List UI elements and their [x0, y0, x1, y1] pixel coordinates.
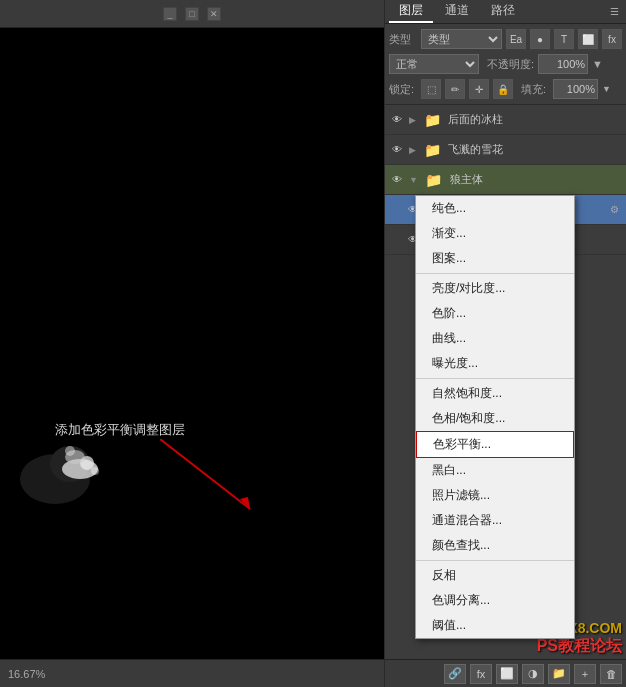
layer-item[interactable]: 👁 ▼ 📁 狼主体	[385, 165, 626, 195]
adjustment-btn[interactable]: ◑	[522, 664, 544, 684]
menu-item-posterize[interactable]: 色调分离...	[416, 588, 574, 613]
tab-paths[interactable]: 路径	[481, 0, 525, 23]
filter-icon-3[interactable]: T	[554, 29, 574, 49]
fill-input[interactable]	[553, 79, 598, 99]
menu-separator	[416, 560, 574, 561]
panel-menu-icon[interactable]: ☰	[606, 4, 622, 20]
tab-channels[interactable]: 通道	[435, 0, 479, 23]
blend-opacity-row: 正常 不透明度: 100% ▼	[389, 53, 622, 75]
minimize-button[interactable]: _	[163, 7, 177, 21]
layer-item[interactable]: 👁 ▶ 📁 飞溅的雪花	[385, 135, 626, 165]
layer-expand-arrow[interactable]: ▶	[409, 145, 416, 155]
layer-name: 后面的冰柱	[448, 112, 622, 127]
layer-folder-icon: 📁	[422, 168, 446, 192]
canvas-statusbar: 16.67%	[0, 659, 384, 687]
watermark-forum: PS教程论坛	[537, 636, 622, 657]
menu-separator	[416, 378, 574, 379]
delete-layer-btn[interactable]: 🗑	[600, 664, 622, 684]
panel-tabs: 图层 通道 路径 ☰	[385, 0, 626, 24]
add-mask-btn[interactable]: ⬜	[496, 664, 518, 684]
layer-expand-arrow[interactable]: ▶	[409, 115, 416, 125]
annotation-arrow	[160, 439, 300, 529]
filter-icon-2[interactable]: ●	[530, 29, 550, 49]
context-menu: 纯色... 渐变... 图案... 亮度/对比度... 色阶... 曲线... …	[415, 195, 575, 639]
menu-item-invert[interactable]: 反相	[416, 563, 574, 588]
annotation-label: 添加色彩平衡调整图层	[55, 421, 185, 439]
layers-panel: 图层 通道 路径 ☰ 类型 类型 Ea ● T ⬜ fx	[385, 0, 626, 687]
filter-row: 类型 类型 Ea ● T ⬜ fx	[389, 28, 622, 50]
menu-item-brightness[interactable]: 亮度/对比度...	[416, 276, 574, 301]
layers-toolbar: 类型 类型 Ea ● T ⬜ fx 正常 不透明度: 100% ▼	[385, 24, 626, 105]
menu-item-colorlookup[interactable]: 颜色查找...	[416, 533, 574, 558]
opacity-percent: ▼	[592, 58, 620, 70]
opacity-input[interactable]: 100%	[538, 54, 588, 74]
lock-paint-btn[interactable]: ✏	[445, 79, 465, 99]
layer-name: 狼主体	[450, 172, 622, 187]
filter-select[interactable]: 类型	[421, 29, 502, 49]
layer-item[interactable]: 👁 ▶ 📁 后面的冰柱	[385, 105, 626, 135]
close-button[interactable]: ✕	[207, 7, 221, 21]
canvas-area: _ □ ✕ 添加色彩平衡调整图层	[0, 0, 385, 687]
menu-item-colorbalance[interactable]: 色彩平衡...	[416, 431, 574, 458]
menu-item-photofilter[interactable]: 照片滤镜...	[416, 483, 574, 508]
lock-fill-row: 锁定: ⬚ ✏ ✛ 🔒 填充: ▼	[389, 78, 622, 100]
opacity-label: 不透明度:	[487, 57, 534, 72]
layer-expand-arrow[interactable]: ▼	[409, 175, 418, 185]
svg-point-6	[91, 467, 99, 475]
layer-visibility-icon[interactable]: 👁	[389, 172, 405, 188]
menu-item-threshold[interactable]: 阈值...	[416, 613, 574, 638]
link-layers-btn[interactable]: 🔗	[444, 664, 466, 684]
menu-separator	[416, 273, 574, 274]
menu-item-channelmixer[interactable]: 通道混合器...	[416, 508, 574, 533]
menu-item-gradient[interactable]: 渐变...	[416, 221, 574, 246]
canvas-titlebar: _ □ ✕	[0, 0, 384, 28]
lock-move-btn[interactable]: ✛	[469, 79, 489, 99]
menu-item-bw[interactable]: 黑白...	[416, 458, 574, 483]
layer-options-icon[interactable]: ⚙	[606, 202, 622, 218]
lock-transparent-btn[interactable]: ⬚	[421, 79, 441, 99]
filter-icon-5[interactable]: fx	[602, 29, 622, 49]
menu-item-exposure[interactable]: 曝光度...	[416, 351, 574, 376]
filter-label: 类型	[389, 32, 417, 47]
panel-bottom-bar: 🔗 fx ⬜ ◑ 📁 + 🗑	[385, 659, 626, 687]
menu-item-vibrance[interactable]: 自然饱和度...	[416, 381, 574, 406]
blend-mode-select[interactable]: 正常	[389, 54, 479, 74]
menu-item-solid[interactable]: 纯色...	[416, 196, 574, 221]
filter-icon-1[interactable]: Ea	[506, 29, 526, 49]
layer-folder-icon: 📁	[420, 108, 444, 132]
tab-layers[interactable]: 图层	[389, 0, 433, 23]
canvas-content: 添加色彩平衡调整图层	[0, 28, 384, 659]
layer-name: 飞溅的雪花	[448, 142, 622, 157]
fill-label: 填充:	[521, 82, 549, 97]
zoom-level: 16.67%	[8, 668, 45, 680]
folder-btn[interactable]: 📁	[548, 664, 570, 684]
fx-btn[interactable]: fx	[470, 664, 492, 684]
menu-item-hsl[interactable]: 色相/饱和度...	[416, 406, 574, 431]
layer-visibility-icon[interactable]: 👁	[389, 142, 405, 158]
new-layer-btn[interactable]: +	[574, 664, 596, 684]
menu-item-levels[interactable]: 色阶...	[416, 301, 574, 326]
layer-visibility-icon[interactable]: 👁	[389, 112, 405, 128]
svg-line-7	[160, 439, 250, 509]
menu-item-pattern[interactable]: 图案...	[416, 246, 574, 271]
filter-icon-4[interactable]: ⬜	[578, 29, 598, 49]
restore-button[interactable]: □	[185, 7, 199, 21]
lock-label: 锁定:	[389, 82, 417, 97]
fill-percent-arrow: ▼	[602, 84, 611, 94]
svg-point-5	[65, 446, 75, 456]
lock-all-btn[interactable]: 🔒	[493, 79, 513, 99]
layer-folder-icon: 📁	[420, 138, 444, 162]
main-container: _ □ ✕ 添加色彩平衡调整图层	[0, 0, 626, 687]
menu-item-curves[interactable]: 曲线...	[416, 326, 574, 351]
